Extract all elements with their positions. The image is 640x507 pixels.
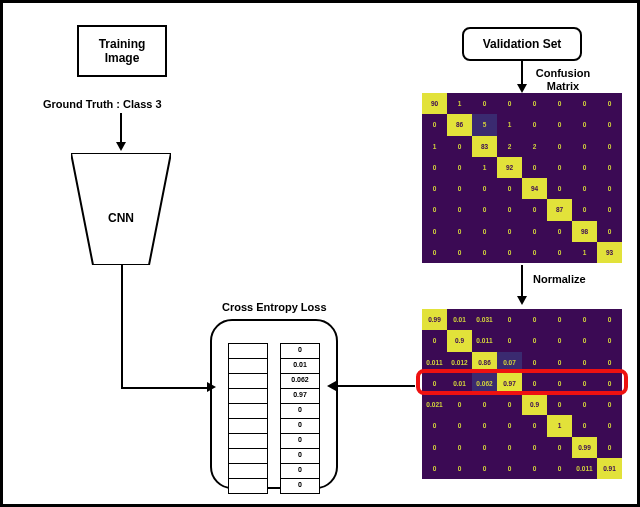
matrix-cell: 0	[597, 330, 622, 351]
matrix-cell: 1	[447, 93, 472, 114]
matrix-cell: 0	[447, 437, 472, 458]
matrix-cell: 0	[447, 458, 472, 479]
cnn-block: CNN	[71, 153, 171, 265]
matrix-cell: 0	[472, 437, 497, 458]
matrix-cell: 0	[597, 93, 622, 114]
matrix-cell: 0	[572, 415, 597, 436]
matrix-cell: 0	[522, 157, 547, 178]
matrix-cell: 0	[572, 136, 597, 157]
matrix-cell: 0	[597, 437, 622, 458]
matrix-cell: 0.011	[572, 458, 597, 479]
matrix-cell: 0	[547, 458, 572, 479]
matrix-cell: 0	[472, 221, 497, 242]
matrix-cell: 1	[472, 157, 497, 178]
matrix-cell: 0.031	[472, 309, 497, 330]
matrix-cell: 87	[547, 199, 572, 220]
cell: 0	[280, 478, 320, 494]
matrix-cell: 0	[597, 415, 622, 436]
matrix-cell: 0.011	[472, 330, 497, 351]
matrix-cell: 0	[497, 242, 522, 263]
cell	[228, 433, 268, 449]
matrix-cell: 0	[447, 394, 472, 415]
matrix-cell: 0	[447, 199, 472, 220]
matrix-cell: 2	[497, 136, 522, 157]
matrix-cell: 0	[472, 93, 497, 114]
matrix-cell: 93	[597, 242, 622, 263]
matrix-cell: 0	[547, 309, 572, 330]
matrix-cell: 0	[572, 394, 597, 415]
matrix-cell: 1	[547, 415, 572, 436]
matrix-cell: 0.9	[522, 394, 547, 415]
matrix-cell: 0	[472, 394, 497, 415]
matrix-cell: 0	[497, 221, 522, 242]
matrix-cell: 0	[497, 458, 522, 479]
matrix-cell: 0	[572, 157, 597, 178]
matrix-cell: 0	[547, 437, 572, 458]
matrix-cell: 0	[522, 437, 547, 458]
matrix-cell: 0	[547, 394, 572, 415]
training-image-l1: Training	[99, 37, 146, 51]
matrix-cell: 0	[572, 114, 597, 135]
cell	[228, 478, 268, 494]
arrow-cnn-down	[121, 265, 123, 387]
cm-label-l1: Confusion	[536, 67, 590, 79]
cell	[228, 403, 268, 419]
matrix-cell: 0	[522, 330, 547, 351]
matrix-cell: 0	[497, 394, 522, 415]
cnn-label: CNN	[71, 211, 171, 225]
matrix-cell: 0	[422, 437, 447, 458]
matrix-cell: 0	[522, 309, 547, 330]
matrix-cell: 0	[497, 437, 522, 458]
matrix-cell: 0	[472, 199, 497, 220]
matrix-cell: 0	[497, 330, 522, 351]
matrix-cell: 0.99	[422, 309, 447, 330]
diagram-canvas: Training Image Ground Truth : Class 3 CN…	[0, 0, 640, 507]
matrix-cell: 0	[572, 178, 597, 199]
matrix-cell: 0	[422, 458, 447, 479]
cell: 0	[280, 433, 320, 449]
matrix-cell: 83	[472, 136, 497, 157]
matrix-cell: 0	[447, 221, 472, 242]
matrix-cell: 0	[522, 199, 547, 220]
cell: 0.01	[280, 358, 320, 374]
confusion-matrix-raw: 9010000000865100001083220000019200000000…	[422, 93, 622, 263]
matrix-cell: 0	[422, 242, 447, 263]
matrix-cell: 1	[497, 114, 522, 135]
confusion-matrix-label: Confusion Matrix	[523, 67, 603, 93]
cell	[228, 448, 268, 464]
matrix-cell: 5	[472, 114, 497, 135]
row-vector-column: 00.010.0620.97000000	[280, 343, 320, 494]
training-image-l2: Image	[105, 51, 140, 65]
matrix-cell: 0	[597, 136, 622, 157]
matrix-cell: 0	[447, 242, 472, 263]
matrix-cell: 2	[522, 136, 547, 157]
cell	[228, 418, 268, 434]
matrix-cell: 86	[447, 114, 472, 135]
matrix-cell: 0	[422, 415, 447, 436]
cell	[228, 358, 268, 374]
matrix-cell: 0	[422, 178, 447, 199]
matrix-cell: 0	[547, 178, 572, 199]
matrix-cell: 0	[547, 114, 572, 135]
cell: 0	[280, 418, 320, 434]
matrix-cell: 0	[522, 221, 547, 242]
matrix-cell: 92	[497, 157, 522, 178]
matrix-cell: 0.021	[422, 394, 447, 415]
matrix-cell: 0	[522, 242, 547, 263]
matrix-cell: 90	[422, 93, 447, 114]
matrix-cell: 0	[472, 458, 497, 479]
cm-label-l2: Matrix	[547, 80, 579, 92]
matrix-cell: 0	[497, 199, 522, 220]
matrix-cell: 0	[572, 199, 597, 220]
matrix-cell: 0	[522, 458, 547, 479]
cell: 0	[280, 343, 320, 359]
matrix-cell: 0	[422, 199, 447, 220]
matrix-cell: 0	[522, 114, 547, 135]
matrix-cell: 0	[472, 178, 497, 199]
validation-set-box: Validation Set	[462, 27, 582, 61]
matrix-cell: 0	[547, 242, 572, 263]
matrix-cell: 0	[497, 93, 522, 114]
matrix-cell: 0	[572, 93, 597, 114]
matrix-cell: 0	[447, 178, 472, 199]
cell: 0.97	[280, 388, 320, 404]
